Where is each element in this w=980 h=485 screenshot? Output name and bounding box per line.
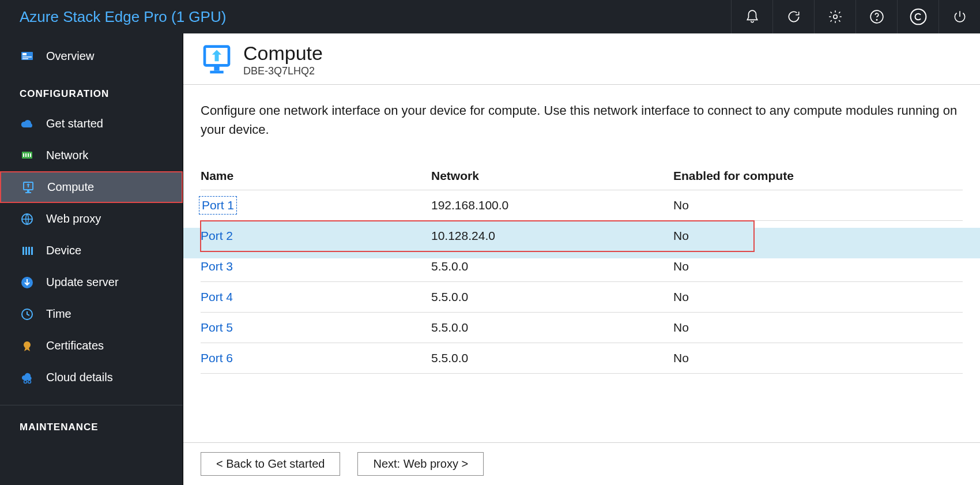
power-icon[interactable] — [938, 0, 980, 33]
sidebar-item-label: Overview — [46, 50, 94, 63]
port-enabled: No — [673, 290, 963, 304]
page-description: Configure one network interface on your … — [183, 85, 980, 145]
main-content: Compute DBE-3Q7LHQ2 Configure one networ… — [183, 33, 980, 485]
bell-icon[interactable] — [731, 0, 772, 33]
table-row[interactable]: Port 3 5.5.0.0 No — [201, 251, 963, 282]
port-network: 10.128.24.0 — [431, 229, 673, 243]
sidebar-item-time[interactable]: Time — [0, 298, 183, 330]
sidebar-section-maintenance: MAINTENANCE — [0, 405, 183, 441]
svg-point-24 — [24, 341, 31, 348]
page-header: Compute DBE-3Q7LHQ2 — [183, 33, 980, 85]
sidebar-item-web-proxy[interactable]: Web proxy — [0, 203, 183, 235]
sidebar-item-get-started[interactable]: Get started — [0, 108, 183, 140]
sidebar-item-compute[interactable]: Compute — [0, 171, 183, 203]
update-icon — [20, 275, 35, 290]
table-header-row: Name Network Enabled for compute — [201, 163, 963, 190]
svg-marker-16 — [27, 183, 30, 187]
table-row[interactable]: Port 1 192.168.100.0 No — [201, 190, 963, 221]
svg-rect-12 — [30, 153, 31, 157]
port-enabled: No — [673, 198, 963, 212]
port-enabled: No — [673, 351, 963, 365]
product-title: Azure Stack Edge Pro (1 GPU) — [0, 8, 731, 26]
svg-rect-6 — [22, 57, 32, 58]
gear-icon[interactable] — [814, 0, 855, 33]
sidebar-item-certificates[interactable]: Certificates — [0, 330, 183, 362]
svg-rect-5 — [22, 53, 27, 55]
port-enabled: No — [673, 321, 963, 334]
svg-rect-19 — [25, 247, 27, 255]
port-network: 5.5.0.0 — [431, 321, 673, 334]
certificate-icon — [20, 339, 35, 354]
copyright-icon[interactable] — [897, 0, 938, 33]
svg-rect-18 — [22, 247, 24, 255]
sidebar-item-label: Network — [46, 149, 88, 162]
back-button[interactable]: < Back to Get started — [201, 452, 340, 476]
port-link[interactable]: Port 2 — [201, 229, 431, 243]
svg-rect-15 — [25, 192, 31, 193]
network-icon — [20, 148, 35, 163]
port-enabled: No — [673, 229, 754, 243]
topbar-icon-group — [731, 0, 980, 33]
sidebar-item-label: Update server — [46, 276, 119, 289]
port-link[interactable]: Port 3 — [201, 260, 431, 273]
refresh-icon[interactable] — [772, 0, 814, 33]
sidebar: Overview CONFIGURATION Get started Netwo… — [0, 33, 183, 485]
next-button[interactable]: Next: Web proxy > — [357, 452, 484, 476]
svg-rect-21 — [31, 247, 33, 255]
sidebar-item-label: Cloud details — [46, 371, 113, 384]
compute-hero-icon — [201, 44, 233, 76]
port-network: 192.168.100.0 — [431, 198, 673, 212]
col-header-name: Name — [201, 169, 431, 183]
svg-rect-11 — [28, 153, 29, 157]
sidebar-item-overview[interactable]: Overview — [0, 40, 183, 72]
svg-point-25 — [24, 380, 27, 383]
clock-icon — [20, 307, 35, 322]
top-bar: Azure Stack Edge Pro (1 GPU) — [0, 0, 980, 33]
col-header-enabled: Enabled for compute — [673, 169, 963, 183]
sidebar-item-label: Certificates — [46, 339, 104, 352]
port-link[interactable]: Port 5 — [201, 321, 431, 334]
svg-rect-29 — [210, 71, 223, 74]
table-row[interactable]: Port 5 5.5.0.0 No — [201, 313, 963, 343]
help-icon[interactable] — [855, 0, 897, 33]
svg-point-26 — [28, 380, 31, 383]
overview-icon — [20, 49, 35, 64]
sidebar-item-cloud-details[interactable]: Cloud details — [0, 362, 183, 393]
svg-point-0 — [833, 15, 837, 19]
sidebar-section-configuration: CONFIGURATION — [0, 72, 183, 108]
table-row[interactable]: Port 6 5.5.0.0 No — [201, 343, 963, 374]
sidebar-item-label: Web proxy — [46, 212, 101, 225]
sidebar-item-label: Get started — [46, 117, 103, 130]
globe-icon — [20, 212, 35, 227]
port-network: 5.5.0.0 — [431, 260, 673, 273]
svg-rect-14 — [27, 190, 29, 192]
port-link[interactable]: Port 6 — [201, 351, 431, 365]
sidebar-item-label: Time — [46, 307, 71, 321]
port-network: 5.5.0.0 — [431, 351, 673, 365]
port-link[interactable]: Port 4 — [201, 290, 431, 304]
svg-rect-28 — [214, 66, 219, 71]
device-icon — [20, 243, 35, 258]
svg-rect-10 — [25, 153, 27, 157]
sidebar-item-label: Compute — [47, 181, 94, 194]
sidebar-item-update-server[interactable]: Update server — [0, 266, 183, 298]
sidebar-item-label: Device — [46, 244, 81, 257]
sidebar-item-device[interactable]: Device — [0, 235, 183, 266]
footer-bar: < Back to Get started Next: Web proxy > — [183, 442, 980, 485]
device-id: DBE-3Q7LHQ2 — [243, 64, 323, 77]
svg-rect-7 — [22, 58, 28, 59]
svg-point-3 — [910, 9, 926, 25]
sidebar-item-network[interactable]: Network — [0, 140, 183, 171]
col-header-network: Network — [431, 169, 673, 183]
compute-icon — [21, 180, 36, 195]
svg-point-2 — [876, 20, 877, 20]
page-title: Compute — [243, 43, 323, 64]
port-link[interactable]: Port 1 — [201, 198, 235, 213]
cloud-icon — [20, 116, 35, 131]
svg-rect-20 — [28, 247, 30, 255]
port-network: 5.5.0.0 — [431, 290, 673, 304]
svg-marker-30 — [212, 50, 221, 62]
table-row[interactable]: Port 4 5.5.0.0 No — [201, 282, 963, 313]
ports-table: Name Network Enabled for compute Port 1 … — [201, 163, 963, 374]
table-row[interactable]: Port 2 10.128.24.0 No — [201, 221, 754, 251]
